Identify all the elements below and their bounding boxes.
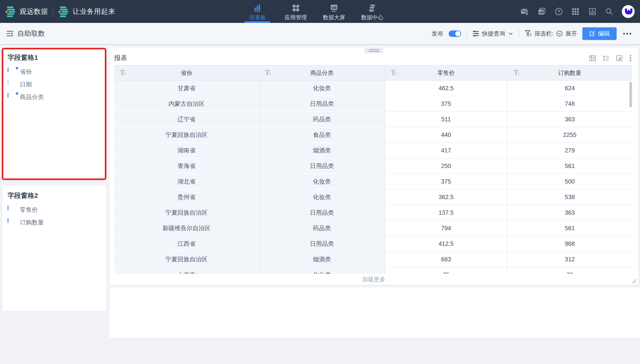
cell-province: 宁夏回族自治区 [114,205,259,221]
cell-province: 江西省 [114,236,259,252]
toolbar-divider [519,29,519,38]
column-header-province[interactable]: 省份 [114,65,259,81]
cell-retail-price: 462.5 [385,81,508,96]
page-toolbar: 自助取数 发布 快捷查询 筛选栏 [0,23,640,45]
cell-category: 烟酒类 [259,143,385,158]
circle-chevron-icon [556,30,563,37]
load-more-button[interactable]: 加载更多 [109,274,638,285]
column-header-category[interactable]: 商品分类 [259,65,385,81]
downloads-inbox-icon[interactable] [588,7,597,16]
table-row: 青海省 日用品类 250 561 [114,158,632,174]
checkbox[interactable] [8,218,9,223]
cell-order-qty: 279 [508,143,632,158]
table-row: 宁夏回族自治区 烟酒类 683 312 [114,252,632,267]
tab-label: 应用管理 [285,14,307,21]
help-icon[interactable]: ? [555,7,563,16]
cell-order-qty: 538 [508,190,632,205]
cell-order-qty: 624 [508,81,632,96]
brand-slogan: 让业务用起来 [73,7,115,16]
report-title: 报表 [114,54,127,62]
filter-funnel-icon[interactable] [265,70,271,76]
cell-retail-price: 137.5 [385,205,508,221]
field-label: 日期 [20,80,32,88]
filter-funnel-icon[interactable] [513,70,520,76]
cell-category: 日用品类 [259,96,385,112]
field-item-order-qty[interactable]: 订购数量 [2,216,106,229]
tab-app-management[interactable]: 应用管理 [283,0,309,23]
nav-tabs: 仪表板 应用管理 数据大屏 [244,0,385,23]
page-title: 自助取数 [17,29,45,38]
cell-order-qty: 561 [508,158,632,174]
brand-name: 观远数据 [20,7,48,16]
empty-widget-card [109,287,640,338]
tab-dashboard[interactable]: 仪表板 [244,0,271,23]
column-header-retail-price[interactable]: 零售价 [385,65,508,81]
table-row-partial: 上海市 化妆类 75 70 [114,267,632,274]
table-row: 湖北省 化妆类 375 500 [114,174,632,190]
cell-province: 湖南省 [114,143,259,158]
expand-label: 展开 [565,30,577,38]
field-item-province[interactable]: 省份 [2,65,106,78]
resize-handle[interactable] [632,279,635,283]
field-item-category[interactable]: 商品分类 [2,91,106,103]
table-header-row: 省份 商品分类 零售价 订购数量 [114,65,632,81]
drag-handle[interactable] [364,48,383,53]
row-height-icon[interactable] [603,55,609,62]
toolbar-divider [467,29,467,38]
cell-category: 日用品类 [259,205,385,221]
checkbox[interactable] [8,80,9,85]
cell-retail-price: 440 [385,127,508,143]
field-label: 省份 [20,68,32,76]
sliders-icon [472,30,479,37]
table-scrollbar-thumb[interactable] [629,82,632,107]
filter-funnel-icon[interactable] [391,70,397,76]
data-center-icon [368,4,376,12]
kebab-menu-icon[interactable] [629,55,631,62]
search-icon[interactable] [605,7,613,16]
subscription-mail-icon[interactable] [520,7,529,16]
toggle-knob [455,31,461,36]
tab-data-screen[interactable]: 数据大屏 [321,0,347,23]
checkbox[interactable] [8,206,9,210]
publish-toggle[interactable] [449,30,461,37]
checkbox[interactable] [8,68,9,72]
cell-province: 上海市 [114,267,259,274]
publish-label: 发布 [432,30,443,38]
table-row: 辽宁省 药品类 511 363 [114,112,632,127]
tab-data-center[interactable]: 数据中心 [359,0,385,23]
field-pane-2: 字段窗格2 零售价 订购数量 [2,185,106,311]
edit-button[interactable]: 编辑 [582,27,617,40]
field-pane-2-title: 字段窗格2 [8,191,106,200]
edit-button-label: 编辑 [598,30,610,38]
filter-bar-control[interactable]: 筛选栏: 展开 [525,30,577,38]
more-options-icon[interactable] [622,32,632,36]
chevron-down-icon [508,31,514,36]
column-header-order-qty[interactable]: 订购数量 [508,65,632,81]
column-header-label: 省份 [181,69,192,77]
cell-province: 宁夏回族自治区 [114,252,259,267]
field-item-date[interactable]: 日期 [2,78,106,91]
report-gallery-icon[interactable] [537,7,546,16]
cell-province: 辽宁省 [114,112,259,127]
cell-category: 化妆类 [259,81,385,96]
quick-query-control[interactable]: 快捷查询 [472,30,514,38]
apps-grid-icon[interactable] [571,7,580,16]
collapse-menu-icon[interactable] [6,30,14,37]
cell-retail-price: 794 [385,221,508,236]
filter-funnel-icon[interactable] [120,70,126,76]
avatar[interactable] [622,5,635,18]
cell-order-qty: 2255 [508,127,632,143]
tab-label: 数据大屏 [323,14,345,21]
freeze-table-icon[interactable] [589,55,596,62]
table-row: 湖南省 烟酒类 417 279 [114,143,632,158]
cell-category: 烟酒类 [259,252,385,267]
guanyuan-logo-icon [5,6,17,17]
cell-retail-price: 375 [385,96,508,112]
checkbox[interactable] [8,93,9,98]
report-card-actions [589,55,631,62]
dashboard-icon [253,4,262,12]
fit-size-icon[interactable] [616,55,623,62]
table-row: 宁夏回族自治区 食品类 440 2255 [114,127,632,143]
svg-text:?: ? [557,9,560,14]
field-item-retail-price[interactable]: 零售价 [2,203,106,216]
